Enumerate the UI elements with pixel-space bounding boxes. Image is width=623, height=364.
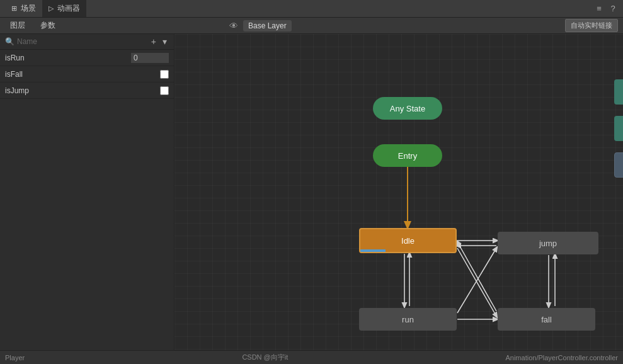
tab-animator[interactable]: ▷ 动画器 [42, 0, 86, 17]
layers-tab[interactable]: 图层 [5, 19, 30, 32]
param-value-isrun[interactable] [131, 53, 169, 63]
scene-icon: ⊞ [11, 4, 17, 13]
param-row-isfall: isFall [0, 66, 174, 82]
node-any-state[interactable]: Any State [373, 97, 442, 120]
node-entry[interactable]: Entry [373, 144, 442, 167]
status-left: Player [5, 354, 25, 361]
help-icon[interactable]: ? [608, 4, 618, 14]
node-crouch[interactable]: Crouch_Animation [614, 116, 623, 141]
search-input[interactable] [17, 37, 147, 46]
canvas-area: Any State Entry Idle jump run fall climb… [174, 34, 623, 350]
svg-line-7 [457, 242, 496, 311]
tab-scene[interactable]: ⊞ 场景 [5, 0, 42, 17]
auto-link-button[interactable]: 自动实时链接 [565, 19, 618, 32]
tab-scene-label: 场景 [21, 3, 36, 14]
param-name-isfall: isFall [5, 70, 157, 79]
node-fall[interactable]: fall [498, 308, 595, 331]
main-layout: 🔍 + ▾ isRun isFall isJump [0, 34, 623, 350]
node-fall-label: fall [541, 315, 552, 324]
node-hurt[interactable]: Hurt_Animation [614, 152, 623, 178]
status-right: Animation/PlayerController.controller [505, 354, 618, 361]
search-bar: 🔍 + ▾ [0, 34, 174, 50]
node-jump-label: jump [539, 239, 557, 248]
param-menu-button[interactable]: ▾ [161, 37, 169, 47]
tab-animator-label: 动画器 [57, 3, 80, 14]
top-bar-actions: ≡ ? [594, 4, 618, 14]
search-icon: 🔍 [5, 37, 14, 46]
status-bar: Player CSDN @向宇it Animation/PlayerContro… [0, 350, 623, 364]
param-row-isjump: isJump [0, 82, 174, 99]
left-panel: 🔍 + ▾ isRun isFall isJump [0, 34, 174, 350]
param-checkbox-isfall[interactable] [160, 70, 169, 79]
search-add-buttons: + ▾ [149, 37, 169, 47]
node-idle-label: Idle [401, 236, 414, 246]
menu-icon[interactable]: ≡ [594, 4, 604, 14]
param-name-isrun: isRun [5, 54, 129, 62]
param-checkbox-isjump[interactable] [160, 86, 169, 95]
node-jump[interactable]: jump [498, 232, 598, 254]
svg-line-3 [457, 248, 496, 316]
add-param-button[interactable]: + [149, 37, 158, 47]
node-any-state-label: Any State [390, 104, 425, 113]
param-row-isrun: isRun [0, 50, 174, 66]
node-run[interactable]: run [359, 308, 457, 331]
status-watermark: CSDN @向宇it [242, 353, 288, 362]
animator-icon: ▷ [49, 4, 54, 13]
svg-line-10 [457, 248, 496, 313]
sub-bar: 图层 参数 👁 Base Layer 自动实时链接 [0, 18, 623, 34]
param-name-isjump: isJump [5, 86, 157, 95]
params-tab[interactable]: 参数 [35, 19, 60, 32]
node-entry-label: Entry [398, 151, 417, 161]
node-climb[interactable]: climb_Animation [614, 79, 623, 105]
node-idle[interactable]: Idle [359, 228, 457, 253]
top-bar: ⊞ 场景 ▷ 动画器 ≡ ? [0, 0, 623, 18]
node-idle-progress [360, 249, 386, 252]
arrows-svg [174, 34, 623, 350]
node-run-label: run [402, 315, 414, 324]
base-layer-label[interactable]: Base Layer [243, 20, 292, 31]
eye-icon[interactable]: 👁 [229, 21, 238, 31]
